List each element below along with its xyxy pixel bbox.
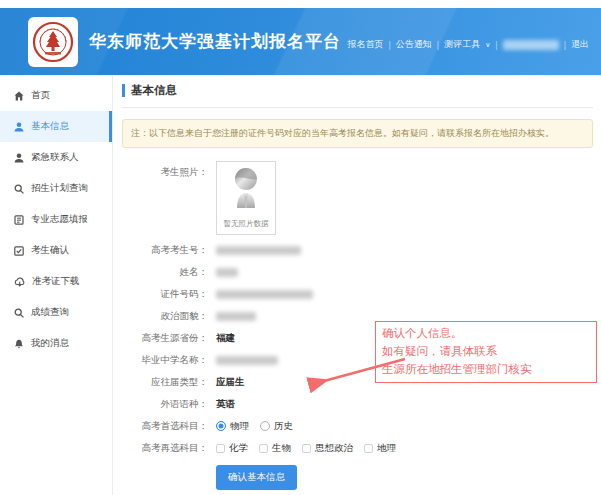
redacted-value <box>216 356 278 365</box>
annotation-box: 确认个人信息。 如有疑问，请具体联系 生源所在地招生管理部门核实 <box>375 321 597 383</box>
notice-banner: 注：以下信息来自于您注册的证件号码对应的当年高考报名信息。如有疑问，请联系报名所… <box>122 119 593 148</box>
field-label: 证件号码： <box>122 288 208 301</box>
radio-unselected-icon[interactable] <box>260 421 270 431</box>
annotation-line: 确认个人信息。 <box>382 324 590 342</box>
redacted-value <box>216 246 301 255</box>
section-accent-bar <box>122 84 125 97</box>
field-row-exam-no: 高考考生号： <box>122 239 593 261</box>
field-row-id-number: 证件号码： <box>122 283 593 305</box>
redacted-value <box>216 312 256 321</box>
sidebar-item-label: 成绩查询 <box>31 306 69 319</box>
field-label: 毕业中学名称： <box>122 354 208 367</box>
radio-selected-icon[interactable] <box>216 421 226 431</box>
home-icon <box>14 91 24 101</box>
app-header: 华东师范大学强基计划报名平台 报名首页 | 公告通知 | 测评工具 ∨ | | … <box>0 8 601 75</box>
top-strip <box>0 0 601 8</box>
sidebar-item-label: 专业志愿填报 <box>31 213 88 226</box>
sidebar-item-label: 首页 <box>31 89 50 102</box>
checkbox-option-politics[interactable]: 思想政治 <box>302 442 353 455</box>
field-row-second-subject: 高考再选科目： 化学 生物 思想政治 <box>122 437 593 459</box>
radio-option-history[interactable]: 历史 <box>260 420 293 433</box>
nav-assessment-tools[interactable]: 测评工具 <box>444 38 480 51</box>
bell-icon <box>14 339 24 349</box>
candidate-photo-box: 暂无照片数据 <box>216 161 276 235</box>
search-icon <box>14 308 24 318</box>
university-logo <box>28 17 78 67</box>
checkbox-icon[interactable] <box>216 444 225 453</box>
sidebar-item-admission-plan-query[interactable]: 招生计划查询 <box>0 173 112 204</box>
checkbox-icon[interactable] <box>364 444 373 453</box>
main-content: 基本信息 注：以下信息来自于您注册的证件号码对应的当年高考报名信息。如有疑问，请… <box>113 76 601 495</box>
user-icon <box>14 122 24 132</box>
confirm-basic-info-button[interactable]: 确认基本信息 <box>216 465 297 490</box>
field-value-language: 英语 <box>216 398 235 411</box>
redacted-value <box>216 268 238 277</box>
sidebar-item-candidate-confirm[interactable]: 考生确认 <box>0 235 112 266</box>
radio-option-physics[interactable]: 物理 <box>216 420 249 433</box>
field-label: 外语语种： <box>122 398 208 411</box>
sidebar-item-label: 基本信息 <box>31 120 69 133</box>
field-row-name: 姓名： <box>122 261 593 283</box>
username-redacted <box>503 40 559 50</box>
cloud-download-icon <box>14 277 25 287</box>
form-icon <box>14 215 24 225</box>
annotation-line: 生源所在地招生管理部门核实 <box>382 360 590 378</box>
page-title: 华东师范大学强基计划报名平台 <box>89 30 341 53</box>
sidebar-item-label: 准考证下载 <box>32 275 80 288</box>
nav-signup-home[interactable]: 报名首页 <box>348 38 384 51</box>
field-label: 高考考生号： <box>122 244 208 257</box>
nav-separator: | <box>437 40 439 50</box>
section-title: 基本信息 <box>131 83 177 98</box>
checkbox-icon[interactable] <box>302 444 311 453</box>
field-row-first-subject: 高考首选科目： 物理 历史 <box>122 415 593 437</box>
field-label: 高考首选科目： <box>122 420 208 433</box>
field-label: 应往届类型： <box>122 376 208 389</box>
sidebar-item-admission-ticket-download[interactable]: 准考证下载 <box>0 266 112 297</box>
search-icon <box>14 184 24 194</box>
photo-label: 考生照片： <box>122 161 208 179</box>
sidebar-item-major-preference[interactable]: 专业志愿填报 <box>0 204 112 235</box>
nav-separator: | <box>564 40 566 50</box>
sidebar-item-emergency-contact[interactable]: 紧急联系人 <box>0 142 112 173</box>
field-label: 高考再选科目： <box>122 442 208 455</box>
body-wrap: 首页 基本信息 紧急联系人 招生计划查询 专业志愿填报 考生确认 准考证下载 <box>0 75 601 495</box>
field-value-grad-type: 应届生 <box>216 376 245 389</box>
radio-label: 物理 <box>230 420 249 433</box>
sidebar-item-my-messages[interactable]: 我的消息 <box>0 328 112 359</box>
checkbox-option-geography[interactable]: 地理 <box>364 442 396 455</box>
button-row: 确认基本信息 <box>122 465 593 490</box>
checkbox-option-chemistry[interactable]: 化学 <box>216 442 248 455</box>
checkbox-option-biology[interactable]: 生物 <box>259 442 291 455</box>
checkbox-icon[interactable] <box>259 444 268 453</box>
field-label: 高考生源省份： <box>122 332 208 345</box>
sidebar-item-label: 考生确认 <box>31 244 69 257</box>
redacted-value <box>216 290 313 299</box>
checkbox-label: 思想政治 <box>315 442 353 455</box>
sidebar-item-home[interactable]: 首页 <box>0 80 112 111</box>
sidebar-item-label: 紧急联系人 <box>31 151 79 164</box>
checkbox-label: 地理 <box>377 442 396 455</box>
nav-announcements[interactable]: 公告通知 <box>396 38 432 51</box>
annotation-line: 如有疑问，请具体联系 <box>382 342 590 360</box>
checkbox-label: 生物 <box>272 442 291 455</box>
sidebar: 首页 基本信息 紧急联系人 招生计划查询 专业志愿填报 考生确认 准考证下载 <box>0 76 113 495</box>
university-seal-icon <box>32 21 74 63</box>
nav-separator: | <box>389 40 391 50</box>
photo-row: 考生照片： <box>122 161 593 239</box>
logout-link[interactable]: 退出 <box>571 38 589 51</box>
sidebar-item-label: 我的消息 <box>31 337 69 350</box>
sidebar-item-basic-info[interactable]: 基本信息 <box>0 111 112 142</box>
sidebar-item-label: 招生计划查询 <box>31 182 88 195</box>
chevron-down-icon[interactable]: ∨ <box>485 41 490 49</box>
radio-label: 历史 <box>274 420 293 433</box>
field-label: 姓名： <box>122 266 208 279</box>
sidebar-item-score-query[interactable]: 成绩查询 <box>0 297 112 328</box>
field-label: 政治面貌： <box>122 310 208 323</box>
user-icon <box>14 153 24 163</box>
nav-separator: | <box>495 40 497 50</box>
header-nav: 报名首页 | 公告通知 | 测评工具 ∨ | | 退出 <box>348 38 590 51</box>
photo-placeholder-text: 暂无照片数据 <box>224 219 269 229</box>
check-square-icon <box>14 246 24 256</box>
field-value-province: 福建 <box>216 332 235 345</box>
checkbox-label: 化学 <box>229 442 248 455</box>
